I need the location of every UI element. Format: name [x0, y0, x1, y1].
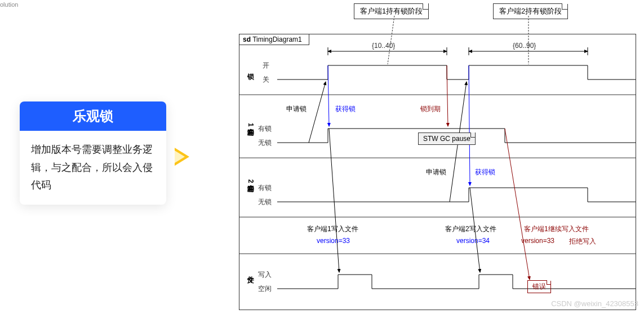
note-client1: 客户端1持有锁阶段 — [354, 3, 429, 19]
file-hi: 写入 — [258, 270, 272, 280]
ann-v2: version=34 — [456, 237, 490, 245]
lock-lo: 关 — [263, 75, 269, 85]
ann-expire: 锁到期 — [420, 104, 441, 114]
tab-label: olution — [0, 1, 18, 8]
c2-hi: 有锁 — [258, 183, 272, 193]
c1-lo: 无锁 — [258, 138, 272, 148]
ann-w1: 客户端1写入文件 — [307, 224, 358, 234]
ann-get2: 获得锁 — [475, 167, 495, 177]
card-title: 乐观锁 — [20, 101, 166, 131]
lane-c2: 客户端2 — [246, 179, 255, 183]
c2-lo: 无锁 — [258, 197, 272, 207]
ann-apply1: 申请锁 — [286, 104, 307, 114]
ann-v1: version=33 — [317, 237, 350, 245]
info-card: 乐观锁 增加版本号需要调整业务逻辑，与之配合，所以会入侵代码 — [20, 101, 166, 205]
watermark: CSDN @weixin_42308553 — [551, 299, 638, 308]
lock-hi: 开 — [263, 61, 269, 70]
ann-get1: 获得锁 — [335, 104, 356, 114]
card-body: 增加版本号需要调整业务逻辑，与之配合，所以会入侵代码 — [20, 131, 166, 205]
lane-c1: 客户端1 — [246, 123, 255, 127]
err-note: 错误 — [527, 280, 551, 293]
ann-w2: 客户端2写入文件 — [445, 224, 496, 234]
ann-v3: version=33 — [521, 237, 554, 245]
c1-hi: 有锁 — [258, 124, 272, 134]
note-client2: 客户端2持有锁阶段 — [493, 3, 568, 19]
ann-w3: 客户端1继续写入文件 — [524, 224, 589, 234]
stw-note: STW GC pause — [418, 132, 476, 145]
ann-apply2: 申请锁 — [426, 167, 446, 177]
file-lo: 空闲 — [258, 284, 272, 294]
ann-reject: 拒绝写入 — [569, 237, 596, 246]
time-2: {60..90} — [513, 42, 536, 50]
time-1: {10..40} — [372, 42, 395, 50]
arrow-icon-inner — [175, 151, 185, 163]
frame-label: sd TimingDiagram1 — [239, 34, 309, 45]
